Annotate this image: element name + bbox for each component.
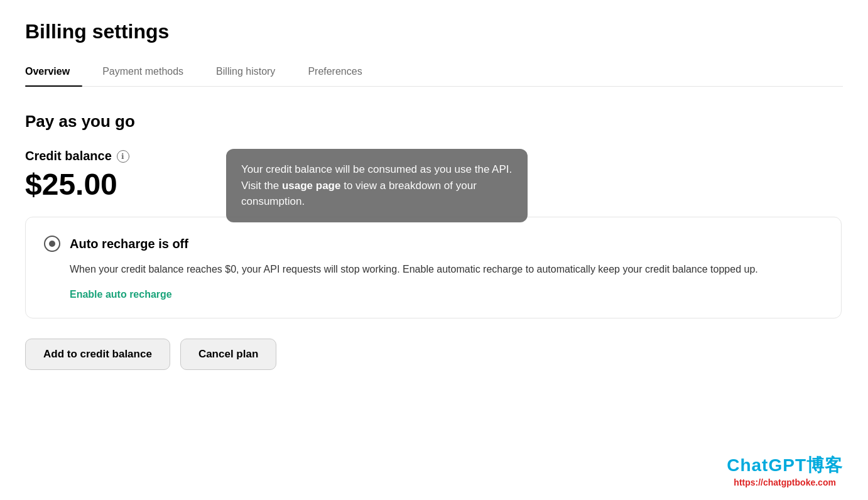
section-title: Pay as you go [25, 112, 843, 131]
credit-balance-tooltip: Your credit balance will be consumed as … [226, 149, 528, 222]
svg-point-1 [49, 241, 55, 247]
auto-recharge-radio-icon [43, 235, 61, 253]
auto-recharge-header: Auto recharge is off [43, 235, 823, 253]
auto-recharge-card: Auto recharge is off When your credit ba… [25, 217, 842, 318]
credit-balance-label: Credit balance [25, 149, 112, 163]
page-title: Billing settings [25, 20, 843, 43]
tab-billing-history[interactable]: Billing history [216, 58, 288, 86]
tab-preferences[interactable]: Preferences [308, 58, 374, 86]
button-row: Add to credit balance Cancel plan [25, 339, 843, 370]
cancel-plan-button[interactable]: Cancel plan [180, 339, 276, 370]
watermark-line1: ChatGPT博客 [727, 454, 843, 477]
watermark-line2: https://chatgptboke.com [727, 477, 843, 487]
tab-payment-methods[interactable]: Payment methods [102, 58, 196, 86]
tooltip-usage-page-link[interactable]: usage page [282, 180, 341, 192]
watermark: ChatGPT博客 https://chatgptboke.com [727, 454, 843, 487]
auto-recharge-description: When your credit balance reaches $0, you… [70, 261, 823, 278]
credit-balance-section: Credit balance ℹ $25.00 Your credit bala… [25, 149, 843, 202]
tab-overview[interactable]: Overview [25, 58, 82, 86]
auto-recharge-title: Auto recharge is off [70, 237, 188, 251]
add-credit-button[interactable]: Add to credit balance [25, 339, 170, 370]
enable-auto-recharge-link[interactable]: Enable auto recharge [70, 289, 172, 300]
credit-balance-info-icon[interactable]: ℹ [117, 150, 129, 163]
tabs-nav: Overview Payment methods Billing history… [25, 58, 843, 87]
